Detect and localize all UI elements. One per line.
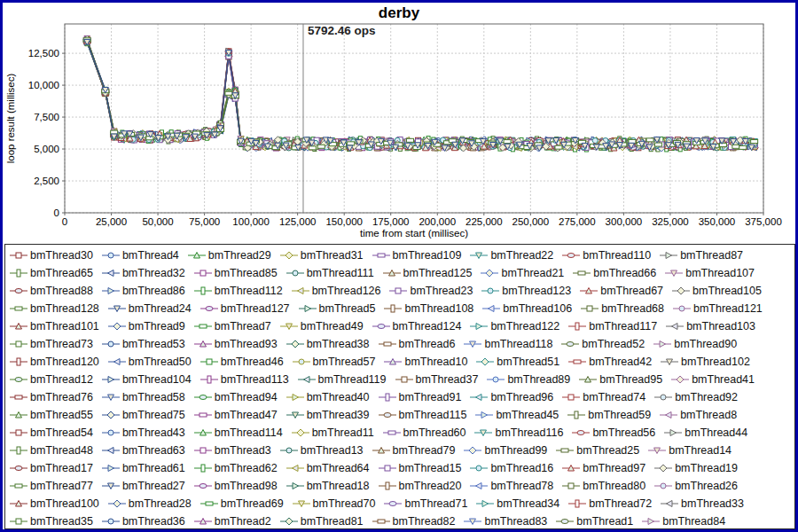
triangle-up-marker-icon: [372, 445, 391, 456]
legend-label: bmThread108: [404, 302, 473, 315]
ellipse-marker-icon: [571, 427, 591, 438]
circle-marker-icon: [653, 392, 673, 403]
legend-item: bmThread66: [572, 267, 656, 279]
legend-label: bmThread41: [692, 373, 755, 386]
legend-label: bmThread31: [301, 249, 364, 262]
legend-item: bmThread70: [292, 497, 376, 510]
triangle-right-marker-icon: [653, 339, 672, 349]
legend-label: bmThread78: [490, 480, 553, 492]
legend-item: bmThread3: [193, 444, 271, 457]
triangle-down-marker-icon: [286, 410, 305, 420]
ellipse-marker-icon: [9, 286, 28, 296]
legend-label: bmThread76: [30, 391, 93, 403]
legend-label: bmThread2: [215, 515, 271, 528]
rect-vertical-marker-icon: [193, 286, 213, 296]
legend-label: bmThread93: [215, 338, 278, 350]
legend-label: bmThread29: [208, 249, 271, 262]
triangle-right-marker-icon: [659, 250, 678, 261]
rect-horizontal-marker-icon: [372, 250, 391, 261]
legend-item: bmThread122: [469, 320, 559, 332]
legend-row: bmThread88bmThread86bmThread112bmThread1…: [9, 282, 794, 300]
triangle-right-marker-icon: [469, 321, 489, 332]
legend-label: bmThread91: [399, 391, 462, 403]
legend-item: bmThread36: [101, 515, 185, 528]
legend-item: bmThread51: [475, 356, 559, 368]
rect-vertical-marker-icon: [200, 374, 219, 385]
triangle-up-marker-icon: [9, 410, 28, 420]
legend: bmThread30bmThread4bmThread29bmThread31b…: [4, 244, 795, 529]
legend-label: bmThread94: [215, 391, 278, 403]
legend-row: bmThread35bmThread36bmThread2bmThread81b…: [9, 512, 794, 529]
legend-item: bmThread77: [9, 480, 93, 492]
ellipse-marker-icon: [9, 463, 28, 473]
triangle-left-marker-icon: [660, 498, 679, 509]
x-tick-label: 200,000: [419, 216, 456, 227]
legend-label: bmThread60: [403, 426, 466, 439]
legend-label: bmThread1: [576, 515, 633, 528]
legend-label: bmThread85: [215, 267, 278, 279]
legend-label: bmThread33: [681, 497, 744, 510]
square-marker-icon: [9, 339, 28, 349]
diamond-marker-icon: [107, 498, 127, 509]
legend-item: bmThread71: [383, 497, 467, 510]
legend-label: bmThread44: [685, 426, 747, 439]
triangle-down-marker-icon: [469, 250, 489, 261]
square-marker-icon: [395, 374, 414, 385]
legend-label: bmThread43: [122, 426, 185, 439]
legend-item: bmThread88: [9, 285, 93, 297]
square-marker-icon: [580, 303, 599, 314]
legend-item: bmThread5: [298, 302, 376, 315]
legend-item: bmThread116: [473, 426, 563, 439]
legend-label: bmThread15: [399, 462, 462, 474]
rect-horizontal-marker-icon: [555, 445, 575, 456]
legend-item: bmThread87: [659, 249, 743, 262]
ellipse-marker-icon: [383, 498, 403, 509]
legend-item: bmThread26: [653, 480, 738, 492]
legend-item: bmThread49: [279, 320, 364, 332]
legend-item: bmThread14: [647, 444, 732, 457]
legend-item: bmThread56: [571, 426, 655, 439]
x-tick-label: 175,000: [372, 216, 410, 227]
legend-row: bmThread128bmThread24bmThread127bmThread…: [9, 300, 794, 317]
triangle-left-marker-icon: [469, 481, 489, 491]
legend-item: bmThread125: [382, 267, 473, 279]
legend-item: bmThread48: [9, 444, 93, 457]
rect-vertical-marker-icon: [193, 463, 213, 473]
legend-label: bmThread50: [129, 356, 192, 368]
legend-label: bmThread119: [318, 373, 387, 386]
rect-horizontal-marker-icon: [9, 303, 28, 314]
legend-item: bmThread91: [378, 391, 462, 403]
legend-item: bmThread43: [101, 426, 185, 439]
diamond-marker-icon: [475, 356, 495, 367]
triangle-right-marker-icon: [641, 516, 661, 527]
x-tick-label: 275,000: [559, 216, 596, 227]
x-tick-label: 300,000: [606, 216, 643, 227]
legend-item: bmThread121: [672, 302, 763, 315]
legend-item: bmThread6: [378, 338, 456, 350]
legend-item: bmThread111: [286, 267, 374, 279]
legend-label: bmThread112: [215, 285, 283, 297]
legend-item: bmThread67: [579, 285, 663, 297]
x-tick-label: 125,000: [279, 216, 317, 227]
legend-label: bmThread88: [30, 285, 93, 297]
rect-horizontal-marker-icon: [372, 516, 391, 527]
y-tick-label: 5,000: [34, 144, 59, 154]
legend-label: bmThread51: [497, 356, 559, 368]
triangle-down-marker-icon: [463, 516, 482, 527]
legend-item: bmThread109: [372, 249, 462, 262]
rect-horizontal-marker-icon: [572, 268, 591, 278]
circle-marker-icon: [101, 427, 121, 438]
legend-row: bmThread54bmThread43bmThread114bmThread1…: [9, 424, 794, 442]
legend-label: bmThread97: [583, 462, 645, 474]
legend-label: bmThread80: [583, 480, 645, 492]
legend-label: bmThread110: [583, 249, 651, 262]
legend-label: bmThread104: [122, 373, 192, 386]
legend-label: bmThread89: [507, 373, 570, 386]
circle-marker-icon: [672, 303, 692, 314]
legend-item: bmThread17: [9, 462, 93, 474]
legend-item: bmThread69: [200, 497, 284, 510]
square-marker-icon: [9, 250, 28, 261]
legend-label: bmThread23: [410, 285, 473, 297]
legend-label: bmThread83: [484, 515, 547, 528]
legend-label: bmThread123: [502, 285, 571, 297]
